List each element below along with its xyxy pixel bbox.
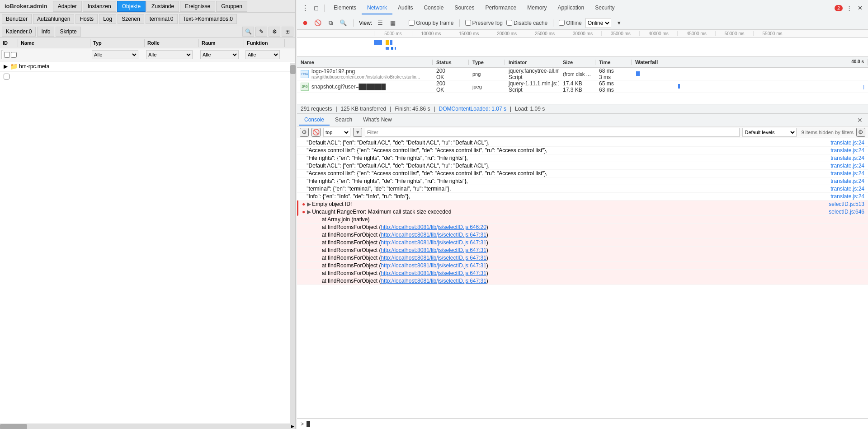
summary-dom-link[interactable]: DOMContentLoaded: 1.07 s — [439, 106, 506, 112]
stack-link-9[interactable]: http://localhost:8081/lib/js/selectID.js… — [381, 278, 486, 284]
console-text-7: "terminal": {"en": "terminal", "de": "te… — [301, 186, 827, 192]
id-filter-input[interactable] — [1, 50, 3, 59]
nav-tab-gruppen[interactable]: Gruppen — [216, 1, 247, 12]
info-btn[interactable]: Info — [37, 27, 54, 37]
filter-checkbox2[interactable] — [11, 52, 17, 58]
search-icon-btn[interactable]: 🔍 — [242, 27, 254, 37]
empty-checkbox[interactable] — [4, 74, 9, 79]
benutzer-btn[interactable]: Benutzer — [2, 14, 32, 24]
expand-triangle-1[interactable]: ▶ — [307, 201, 311, 207]
nav-tab-ereignisse[interactable]: Ereignisse — [180, 1, 215, 12]
tab-console[interactable]: Console — [418, 2, 449, 14]
stack-link-7[interactable]: http://localhost:8081/lib/js/selectID.js… — [381, 262, 486, 269]
network-summary: 291 requests | 125 KB transferred | Fini… — [297, 104, 868, 114]
tree-row[interactable]: ▶ 📁 hm-rpc.meta — [0, 61, 295, 72]
throttle-more-btn[interactable]: ▾ — [615, 19, 624, 28]
close-devtools-btn[interactable]: ✕ — [855, 4, 864, 13]
offline-check[interactable] — [559, 20, 565, 26]
raum-filter-select[interactable]: Alle — [200, 50, 239, 59]
record-btn[interactable]: ⏺ — [301, 19, 310, 28]
disable-cache-check[interactable] — [506, 20, 512, 26]
view-grid-btn[interactable]: ▦ — [388, 19, 397, 28]
log-btn[interactable]: Log — [99, 14, 116, 24]
tab-performance[interactable]: Performance — [480, 2, 522, 14]
clear-btn[interactable]: 🚫 — [313, 19, 322, 28]
clear-console-btn[interactable]: 🚫 — [311, 128, 321, 137]
nav-tab-adapter[interactable]: Adapter — [53, 1, 82, 12]
console-source-5[interactable]: translate.js:24 — [830, 170, 864, 177]
tab-memory[interactable]: Memory — [522, 2, 552, 14]
tab-sources[interactable]: Sources — [449, 2, 480, 14]
text-kommandos-btn[interactable]: Text->Kommandos.0 — [179, 14, 237, 24]
tab-console-bottom[interactable]: Console — [299, 115, 330, 126]
hosts-btn[interactable]: Hosts — [75, 14, 98, 24]
stack-link-8[interactable]: http://localhost:8081/lib/js/selectID.js… — [381, 270, 486, 276]
nt-size-logo: (from disk cache) — [559, 71, 595, 77]
szenen-btn[interactable]: Szenen — [118, 14, 144, 24]
console-source-1[interactable]: translate.js:24 — [830, 140, 864, 146]
view-list-btn[interactable]: ☰ — [376, 19, 385, 28]
console-filter-input[interactable] — [365, 128, 740, 137]
devtools-menu-btn[interactable]: ⋮ — [301, 4, 310, 13]
preserve-log-label[interactable]: Preserve log — [465, 20, 503, 26]
offline-label[interactable]: Offline — [559, 20, 581, 26]
nav-tab-instanzen[interactable]: Instanzen — [83, 1, 116, 12]
typ-filter-select[interactable]: Alle — [92, 50, 138, 59]
expand-triangle-2[interactable]: ▶ — [307, 209, 311, 215]
console-source-7[interactable]: translate.js:24 — [830, 186, 864, 192]
stack-link-4[interactable]: http://localhost:8081/lib/js/selectID.js… — [381, 239, 486, 246]
group-by-frame-label[interactable]: Group by frame — [409, 20, 453, 26]
throttle-select[interactable]: Online — [585, 18, 611, 28]
more-tools-btn[interactable]: ⋮ — [844, 4, 854, 13]
nav-tab-objekte[interactable]: Objekte — [117, 1, 146, 12]
filter-checkbox1[interactable] — [4, 52, 10, 58]
stack-link-2[interactable]: http://localhost:8081/lib/js/selectID.js… — [381, 224, 486, 230]
stack-link-3[interactable]: http://localhost:8081/lib/js/selectID.js… — [381, 232, 486, 238]
scroll-thumb[interactable] — [290, 65, 296, 74]
tab-application[interactable]: Application — [552, 2, 590, 14]
filter-network-btn[interactable]: ⧉ — [326, 19, 335, 28]
console-source-6[interactable]: translate.js:24 — [830, 178, 864, 184]
skripte-btn[interactable]: Skripte — [56, 27, 80, 37]
kalender-btn[interactable]: Kalender.0 — [2, 27, 36, 37]
vertical-scrollbar[interactable] — [290, 63, 295, 424]
console-source-2[interactable]: translate.js:24 — [830, 147, 864, 154]
tab-security[interactable]: Security — [590, 2, 620, 14]
tab-whats-new-bottom[interactable]: What's New — [358, 115, 397, 126]
close-console-btn[interactable]: ✕ — [854, 117, 866, 124]
funktion-filter-select[interactable]: Alle — [245, 50, 280, 59]
nav-tab-zustaende[interactable]: Zustände — [146, 1, 179, 12]
expand-icon-btn[interactable]: ⊞ — [282, 27, 293, 37]
disable-cache-label[interactable]: Disable cache — [506, 20, 547, 26]
rolle-filter-select[interactable]: Alle — [146, 50, 193, 59]
tab-search-bottom[interactable]: Search — [330, 115, 358, 126]
console-error-source-2[interactable]: selectID.js:646 — [829, 209, 864, 215]
network-row-snapshot[interactable]: JPG snapshot.cgi?user=███████ 200 OK jpe… — [297, 80, 868, 93]
console-error-source-1[interactable]: selectID.js:513 — [829, 201, 864, 207]
filter-settings-btn[interactable]: ⚙ — [300, 128, 309, 137]
console-source-3[interactable]: translate.js:24 — [830, 155, 864, 161]
tab-elements[interactable]: Elements — [328, 2, 362, 14]
search-network-btn[interactable]: 🔍 — [339, 19, 348, 28]
filter-settings-gear[interactable]: ⚙ — [856, 128, 865, 137]
h-scroll-thumb[interactable] — [0, 424, 27, 429]
console-source-4[interactable]: translate.js:24 — [830, 163, 864, 169]
edit-icon-btn[interactable]: ✎ — [255, 27, 267, 37]
network-row-logo[interactable]: PNG logo-192x192.png raw.githubuserconte… — [297, 68, 868, 80]
terminal-btn[interactable]: terminal.0 — [146, 14, 178, 24]
devtools-inspect-btn[interactable]: ◻ — [311, 4, 321, 13]
settings-icon-btn[interactable]: ⚙ — [269, 27, 280, 37]
tab-audits[interactable]: Audits — [392, 2, 418, 14]
stack-link-6[interactable]: http://localhost:8081/lib/js/selectID.js… — [381, 255, 486, 261]
log-levels-select[interactable]: Default levels — [742, 128, 797, 137]
horizontal-scrollbar[interactable] — [0, 424, 290, 429]
group-by-frame-check[interactable] — [409, 20, 415, 26]
console-source-8[interactable]: translate.js:24 — [830, 193, 864, 200]
aufzaehlungen-btn[interactable]: Aufzählungen — [33, 14, 74, 24]
preserve-log-check[interactable] — [465, 20, 471, 26]
tree-toggle[interactable]: ▶ — [2, 63, 9, 70]
tab-network[interactable]: Network — [362, 2, 392, 14]
context-dropdown-btn[interactable]: ▾ — [353, 128, 362, 137]
stack-link-5[interactable]: http://localhost:8081/lib/js/selectID.js… — [381, 247, 486, 253]
context-select[interactable]: top — [323, 128, 350, 137]
